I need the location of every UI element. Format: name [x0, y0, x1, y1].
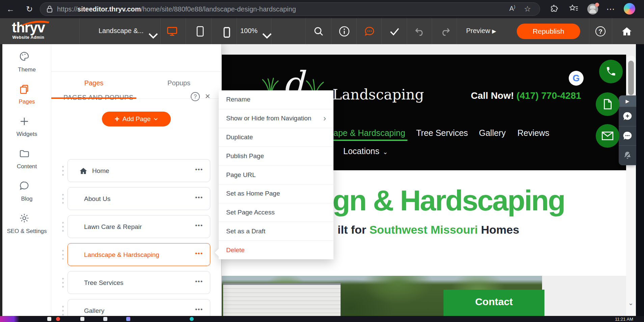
redo-icon[interactable]	[440, 26, 451, 37]
menu-item-set-page-access[interactable]: Set Page Access	[219, 203, 333, 222]
search-icon[interactable]	[313, 26, 324, 37]
call-fab[interactable]	[599, 60, 623, 83]
nav-reviews[interactable]: Reviews	[517, 128, 549, 138]
nav-tree-services[interactable]: Tree Services	[416, 128, 468, 138]
taskbar-app-icon[interactable]	[190, 317, 194, 321]
sidebar-item-widgets[interactable]: Widgets	[2, 131, 51, 138]
theme-palette-icon[interactable]	[19, 51, 29, 61]
chat-dots-icon	[622, 131, 633, 141]
taskbar-app-icon[interactable]	[126, 317, 130, 321]
browser-back-icon[interactable]: ←	[5, 4, 16, 14]
republish-button[interactable]: Republish	[517, 24, 580, 39]
scrollbar-down-icon[interactable]: ⌄	[627, 299, 634, 307]
taskbar-app-icon[interactable]	[103, 317, 107, 321]
blog-chat-icon[interactable]	[19, 181, 29, 191]
scrollbar-thumb[interactable]	[628, 61, 634, 95]
google-business-badge[interactable]: G	[569, 71, 584, 86]
page-fab[interactable]	[596, 92, 619, 116]
drag-handle[interactable]	[62, 306, 64, 316]
menu-item-publish-page[interactable]: Publish Page	[219, 147, 333, 166]
add-page-button[interactable]: + Add Page	[102, 112, 171, 126]
collapse-toolbar-button[interactable]: ▶	[619, 95, 636, 107]
tab-pages[interactable]: Pages	[51, 79, 136, 87]
menu-item-rename[interactable]: Rename	[219, 90, 333, 109]
tablet-view-icon[interactable]	[195, 26, 206, 37]
sidebar-item-pages[interactable]: Pages	[2, 98, 51, 105]
window-edge	[0, 44, 2, 322]
nav-locations-dropdown[interactable]: Locations⌄	[343, 146, 388, 156]
home-icon[interactable]	[621, 26, 632, 37]
favorites-bar-icon[interactable]	[569, 4, 579, 14]
preview-button[interactable]: Preview ▶	[466, 27, 496, 35]
page-row-lawn-care[interactable]: Lawn Care & Repair •••	[68, 215, 210, 238]
save-check-icon[interactable]	[389, 26, 400, 37]
menu-item-delete[interactable]: Delete	[219, 241, 333, 259]
page-row-landscape-hardscaping[interactable]: Landscape & Hardscaping •••	[68, 243, 210, 266]
widgets-plus-icon[interactable]	[19, 116, 29, 126]
phone-number-link[interactable]: (417) 770-4281	[516, 90, 581, 101]
feedback-chat-icon[interactable]	[364, 26, 375, 37]
phone-icon	[606, 66, 616, 77]
thryv-logo-subtext: Website Admin	[8, 35, 49, 40]
email-fab[interactable]	[596, 124, 619, 148]
info-icon[interactable]	[339, 26, 350, 37]
browser-menu-icon[interactable]: ⋯	[606, 4, 616, 14]
page-options-button[interactable]: •••	[195, 194, 203, 201]
copilot-icon[interactable]	[624, 3, 635, 14]
page-row-home[interactable]: Home •••	[68, 159, 210, 182]
sidebar-item-content[interactable]: Content	[2, 163, 51, 170]
drag-handle[interactable]	[62, 250, 64, 260]
desktop-view-icon[interactable]	[167, 26, 178, 37]
page-row-about[interactable]: About Us •••	[68, 187, 210, 210]
zoom-chevron-icon[interactable]	[262, 30, 272, 41]
panel-help-icon[interactable]: ?	[191, 92, 200, 101]
favorite-star-icon[interactable]: ☆	[524, 4, 531, 13]
drag-handle[interactable]	[62, 194, 64, 204]
help-icon[interactable]: ?	[595, 26, 606, 36]
nav-landscape-hardscaping[interactable]: ape & Hardscaping	[333, 128, 405, 138]
read-aloud-icon[interactable]: A)	[509, 4, 515, 13]
sidebar-item-blog[interactable]: Blog	[2, 196, 51, 202]
tab-popups[interactable]: Popups	[136, 79, 221, 87]
page-options-button[interactable]: •••	[195, 278, 203, 285]
menu-item-set-draft[interactable]: Set as a Draft	[219, 222, 333, 241]
page-options-button[interactable]: •••	[195, 222, 203, 229]
taskbar-app-icon[interactable]	[47, 317, 51, 321]
settings-gear-icon[interactable]	[19, 213, 29, 223]
drag-handle[interactable]	[62, 278, 64, 288]
taskbar-app-icon[interactable]	[56, 317, 60, 321]
menu-item-show-hide-nav[interactable]: Show or Hide from Navigation›	[219, 109, 333, 128]
profile-avatar[interactable]	[587, 4, 598, 14]
menu-item-page-url[interactable]: Page URL	[219, 166, 333, 184]
drag-handle[interactable]	[62, 166, 64, 176]
panel-close-icon[interactable]: ×	[203, 92, 212, 101]
menu-item-duplicate[interactable]: Duplicate	[219, 128, 333, 147]
page-options-button[interactable]: •••	[195, 166, 203, 173]
thryv-logo[interactable]: thryv Website Admin	[8, 20, 49, 40]
add-chat-button[interactable]	[619, 107, 636, 126]
taskbar-app-icon[interactable]	[80, 317, 84, 321]
drag-handle[interactable]	[62, 222, 64, 232]
zoom-level-dropdown[interactable]: 100%	[240, 27, 258, 35]
page-options-button[interactable]: •••	[195, 250, 203, 257]
menu-item-set-home-page[interactable]: Set as Home Page	[219, 184, 333, 203]
add-page-chevron-icon	[154, 118, 158, 120]
chat-messages-button[interactable]	[619, 126, 636, 146]
page-options-button[interactable]: •••	[195, 306, 203, 313]
mobile-view-icon[interactable]	[221, 27, 232, 38]
page-selector-dropdown[interactable]: Landscape &...	[99, 27, 143, 35]
nav-gallery[interactable]: Gallery	[479, 128, 506, 138]
extensions-icon[interactable]	[549, 4, 560, 14]
pages-icon[interactable]	[19, 84, 29, 94]
sidebar-item-seo-settings[interactable]: SEO & Settings	[2, 228, 51, 235]
page-selector-chevron-icon[interactable]	[148, 30, 159, 41]
address-bar[interactable]: https://siteeditor.thryv.com/home/site/8…	[40, 2, 540, 16]
preview-scrollbar[interactable]: ⌄	[626, 56, 636, 316]
page-row-tree-services[interactable]: Tree Services •••	[68, 271, 210, 294]
content-folder-icon[interactable]	[19, 148, 29, 158]
notifications-muted-button[interactable]	[619, 146, 636, 165]
contact-button[interactable]: Contact	[444, 290, 544, 316]
undo-icon[interactable]	[414, 26, 425, 37]
browser-refresh-icon[interactable]: ↻	[24, 4, 34, 14]
sidebar-item-theme[interactable]: Theme	[2, 66, 51, 73]
